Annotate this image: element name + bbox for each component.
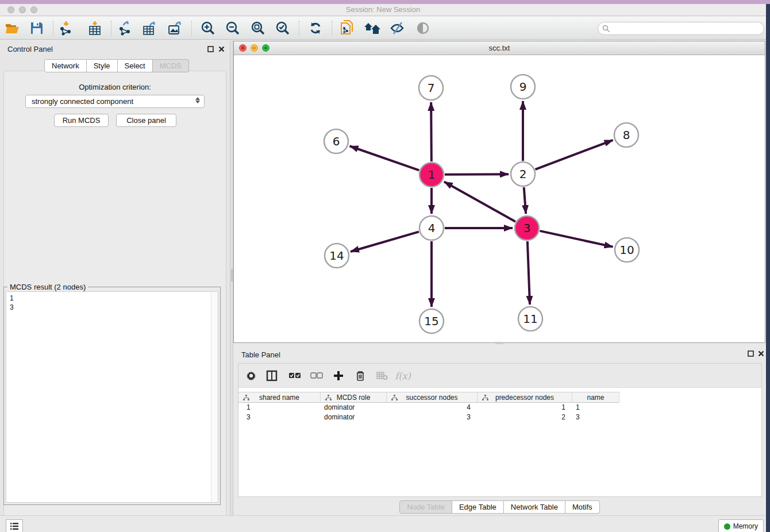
graph-edge-3-11[interactable] [528,241,530,304]
column-header-name[interactable]: name [572,392,619,403]
toolbar-separator [191,21,192,36]
graph-edge-1-7[interactable] [431,102,432,161]
run-mcds-button[interactable]: Run MCDS [54,114,109,127]
graph-canvas[interactable]: 1234678910111415 [234,55,765,342]
graph-node-label: 6 [333,134,340,148]
criterion-select[interactable]: strongly connected component [25,95,205,108]
graph-node-label: 10 [619,243,634,257]
table-cell[interactable]: 2 [478,413,572,422]
control-panel-header: Control Panel [0,40,230,57]
column-header-predecessor-nodes[interactable]: predecessor nodes [478,392,572,403]
import-network-icon[interactable] [57,21,75,36]
tab-select[interactable]: Select [118,59,153,72]
zoom-selected-icon[interactable] [274,21,291,36]
network-close-button[interactable]: × [239,44,247,52]
tab-style[interactable]: Style [87,59,118,72]
close-panel-icon[interactable] [217,45,225,53]
column-header-MCDS-role[interactable]: MCDS role [321,392,387,403]
close-panel-button[interactable]: Close panel [116,114,176,127]
network-file-icon[interactable] [338,21,356,36]
graph-edge-4-14[interactable] [351,232,419,252]
result-line: 3 [10,303,218,312]
graph-edge-1-6[interactable] [350,146,419,170]
close-table-panel-icon[interactable] [757,349,765,357]
graph-edge-1-2[interactable] [445,174,509,175]
import-table-icon[interactable] [86,21,103,36]
horizontal-splitter-handle[interactable] [495,342,503,344]
graph-edge-3-10[interactable] [540,231,613,247]
home-icon[interactable] [364,21,381,36]
table-cell[interactable]: 3 [387,413,478,422]
float-panel-icon[interactable] [206,45,214,53]
mcds-result-group: MCDS result (2 nodes) 13 [3,287,221,505]
refresh-icon[interactable] [307,21,324,36]
settings-gear-icon[interactable] [243,368,259,383]
column-header-shared-name[interactable]: shared name [238,392,321,403]
column-header-successor-nodes[interactable]: successor nodes [387,392,478,403]
delete-column-icon[interactable] [352,368,368,383]
maximize-window-button[interactable] [30,6,37,13]
select-all-icon[interactable] [287,368,303,383]
graph-edge-3-1[interactable] [444,182,515,222]
zoom-in-icon[interactable] [199,21,217,36]
unselect-all-icon[interactable] [309,368,325,383]
minimize-window-button[interactable] [19,6,26,13]
node-table-container: f(x) shared nameMCDS rolesuccessor nodes… [238,363,762,497]
memory-button[interactable]: Memory [718,519,764,532]
table-panel-tabs: Node TableEdge TableNetwork TableMotifs [233,500,766,514]
export-network-icon[interactable] [117,21,134,36]
network-graph[interactable]: 1234678910111415 [234,55,765,342]
graph-edge-2-8[interactable] [536,140,613,169]
graph-edge-2-3[interactable] [524,187,526,214]
task-history-button[interactable] [6,519,23,532]
search-input[interactable] [598,22,764,35]
mcds-result-lines: 13 [6,292,218,312]
optimization-criterion-label: Optimization criterion: [0,83,230,91]
graph-node-label: 14 [329,249,344,263]
save-icon[interactable] [28,21,45,36]
network-minimize-button[interactable]: − [251,44,258,52]
export-image-icon[interactable] [167,21,184,36]
table-cell[interactable]: 3 [238,413,321,422]
tab-network-table[interactable]: Network Table [504,500,565,514]
table-cell[interactable]: 3 [572,413,619,422]
status-bar: Memory [0,515,766,532]
table-cell[interactable]: 1 [238,403,321,413]
tab-mcds[interactable]: MCDS [153,59,189,72]
graph-node-label: 7 [428,81,435,95]
tab-network[interactable]: Network [44,59,87,72]
float-table-panel-icon[interactable] [746,349,754,357]
table-row[interactable]: 3dominator323 [238,413,761,422]
table-cell[interactable]: dominator [321,413,387,422]
network-maximize-button[interactable]: + [262,44,270,52]
desktop-accent-strip [0,0,770,4]
search-icon [602,25,610,33]
memory-label: Memory [733,522,758,530]
columns-icon[interactable] [264,368,280,383]
graph-node-label: 2 [519,167,527,181]
network-window-titlebar[interactable]: × − + scc.txt [234,41,765,55]
toolbar-separator [332,21,332,36]
graph-node-label: 8 [623,128,630,142]
close-window-button[interactable] [7,6,14,13]
mcds-result-box[interactable]: 13 [6,291,218,503]
network-window: × − + scc.txt 1234678910111415 [233,41,765,343]
export-table-icon[interactable] [141,21,159,36]
result-scrollbar[interactable] [211,292,218,502]
zoom-out-icon[interactable] [224,21,241,36]
zoom-fit-icon[interactable] [249,21,267,36]
table-cell[interactable]: dominator [321,403,387,413]
table-cell[interactable]: 4 [387,403,478,413]
splitter-handle[interactable] [231,269,233,282]
tab-edge-table[interactable]: Edge Table [452,500,504,514]
table-row[interactable]: 1dominator411 [238,403,761,413]
open-folder-icon[interactable] [4,21,21,36]
graph-node-label: 15 [424,314,438,328]
add-column-icon[interactable] [330,368,346,383]
tab-node-table[interactable]: Node Table [399,500,452,514]
table-cell[interactable]: 1 [478,403,572,413]
tab-motifs[interactable]: Motifs [565,500,600,514]
table-cell[interactable]: 1 [572,403,619,413]
graphics-details-icon[interactable] [388,21,406,36]
delete-table-icon [374,368,390,383]
